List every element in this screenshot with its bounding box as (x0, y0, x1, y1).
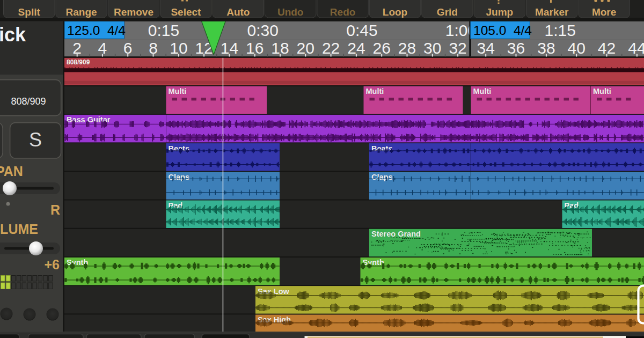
svg-text:Grid: Grid (437, 6, 458, 18)
svg-text:Multi: Multi (366, 87, 384, 95)
svg-text:Remove: Remove (114, 6, 153, 18)
svg-text:Loop: Loop (383, 6, 407, 18)
svg-text:125.0 4/4: 125.0 4/4 (67, 23, 126, 38)
svg-text:0:15: 0:15 (148, 21, 179, 39)
svg-text:Undo: Undo (277, 6, 304, 18)
svg-text:44: 44 (628, 39, 644, 57)
svg-text:105.0 4/4: 105.0 4/4 (473, 23, 532, 38)
svg-text:Split: Split (18, 6, 41, 18)
svg-text:1:15: 1:15 (545, 21, 576, 39)
svg-text:PAN: PAN (0, 164, 23, 179)
svg-text:Auto: Auto (226, 6, 250, 18)
svg-text:Multi: Multi (593, 87, 611, 95)
svg-text:Claps: Claps (169, 173, 190, 181)
svg-text:+6: +6 (44, 257, 60, 272)
svg-text:ick: ick (0, 24, 26, 46)
svg-text:Synth: Synth (363, 258, 384, 267)
svg-text:R: R (50, 202, 60, 217)
svg-text:Multi: Multi (169, 87, 187, 95)
svg-text:Claps: Claps (371, 173, 393, 181)
svg-text:Redo: Redo (330, 6, 356, 18)
svg-text:Jump: Jump (486, 6, 513, 18)
svg-text:More: More (592, 6, 616, 18)
svg-text:0:30: 0:30 (247, 21, 279, 39)
svg-text:0:45: 0:45 (346, 21, 377, 39)
svg-text:Range: Range (66, 6, 97, 18)
svg-text:808/909: 808/909 (11, 96, 46, 107)
svg-text:Marker: Marker (535, 6, 569, 18)
svg-text:Multi: Multi (473, 87, 492, 95)
svg-text:808/909: 808/909 (67, 58, 90, 66)
svg-text:VOLUME: VOLUME (0, 222, 38, 237)
svg-text:Beats: Beats (371, 144, 393, 153)
svg-text:Stereo Grand: Stereo Grand (371, 230, 421, 238)
svg-text:Select: Select (171, 6, 201, 18)
svg-text:S: S (29, 129, 42, 151)
